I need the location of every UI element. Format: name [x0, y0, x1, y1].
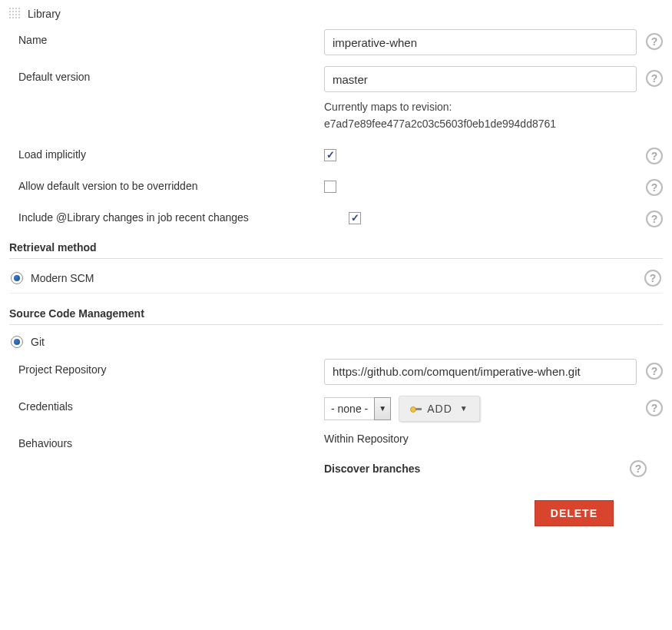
name-input[interactable]: [324, 29, 637, 55]
repo-label: Project Repository: [18, 359, 324, 376]
help-icon[interactable]: ?: [644, 270, 661, 287]
default-version-input[interactable]: [324, 66, 637, 92]
default-version-label: Default version: [18, 66, 324, 83]
repo-input[interactable]: [324, 359, 637, 385]
revision-note: Currently maps to revision: e7ad7e89fee4…: [324, 98, 637, 133]
drag-handle-icon[interactable]: [9, 8, 22, 20]
git-radio-row: Git: [9, 330, 663, 354]
discover-branches-item: Discover branches ?: [324, 460, 647, 477]
key-icon: [410, 405, 422, 413]
within-repository-label: Within Repository: [324, 433, 663, 445]
library-header: Library: [9, 8, 663, 20]
modern-scm-label: Modern SCM: [31, 272, 94, 284]
help-icon[interactable]: ?: [646, 70, 663, 87]
name-label: Name: [18, 29, 324, 46]
credentials-label: Credentials: [18, 396, 324, 413]
behaviours-row: Behaviours Within Repository Discover br…: [9, 433, 663, 477]
name-row: Name ?: [9, 29, 663, 55]
retrieval-method-heading: Retrieval method: [9, 241, 663, 259]
revision-hash: e7ad7e89fee477a2c03c5603f0eb1de994dd8761: [324, 118, 556, 130]
load-implicitly-checkbox[interactable]: [324, 149, 336, 161]
include-changes-row: Include @Library changes in job recent c…: [9, 207, 663, 227]
help-icon[interactable]: ?: [646, 211, 663, 227]
help-icon[interactable]: ?: [646, 148, 663, 164]
help-icon[interactable]: ?: [646, 179, 663, 196]
add-label: ADD: [427, 403, 452, 415]
chevron-down-icon: ▼: [460, 404, 468, 413]
credentials-value: - none -: [324, 397, 374, 420]
include-changes-checkbox[interactable]: [349, 212, 361, 224]
help-icon[interactable]: ?: [646, 33, 663, 50]
repo-row: Project Repository ?: [9, 359, 663, 385]
modern-scm-radio[interactable]: [11, 272, 23, 284]
allow-override-row: Allow default version to be overridden ?: [9, 175, 663, 196]
allow-override-checkbox[interactable]: [324, 181, 336, 193]
help-icon[interactable]: ?: [646, 400, 663, 416]
allow-override-label: Allow default version to be overridden: [18, 175, 324, 192]
load-implicitly-row: Load implicitly ?: [9, 144, 663, 164]
credentials-select[interactable]: - none - ▼: [324, 397, 391, 420]
revision-note-prefix: Currently maps to revision:: [324, 101, 452, 113]
delete-button[interactable]: DELETE: [535, 500, 614, 526]
add-credentials-button[interactable]: ADD ▼: [399, 396, 479, 422]
behaviours-label: Behaviours: [18, 433, 324, 449]
git-label: Git: [31, 336, 45, 348]
load-implicitly-label: Load implicitly: [18, 144, 324, 161]
help-icon[interactable]: ?: [646, 363, 663, 380]
modern-scm-radio-row: Modern SCM ?: [9, 264, 663, 293]
help-icon[interactable]: ?: [630, 460, 647, 477]
library-title: Library: [28, 8, 61, 20]
discover-branches-label: Discover branches: [324, 463, 420, 475]
credentials-row: Credentials - none - ▼ ADD ▼ ?: [9, 396, 663, 422]
scm-heading: Source Code Management: [9, 307, 663, 325]
default-version-row: Default version Currently maps to revisi…: [9, 66, 663, 133]
chevron-down-icon[interactable]: ▼: [374, 397, 391, 420]
include-changes-label: Include @Library changes in job recent c…: [18, 207, 349, 224]
git-radio[interactable]: [11, 336, 23, 348]
